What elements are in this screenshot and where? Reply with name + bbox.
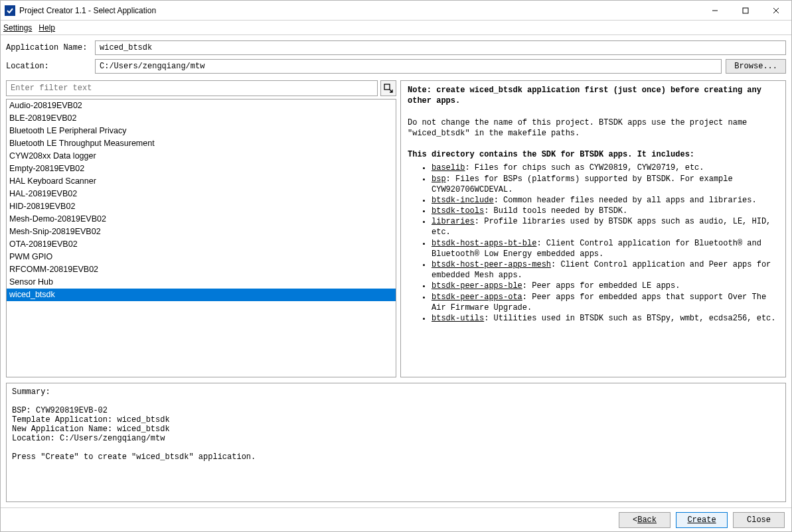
description-bullets: baselib: Files for chips such as CYW2081… [408, 163, 779, 324]
filter-input[interactable] [6, 80, 378, 96]
close-button[interactable] [761, 1, 791, 21]
create-button[interactable]: Create [676, 512, 728, 528]
menu-help[interactable]: Help [39, 23, 55, 33]
description-bullet: btsdk-tools: Build tools needed by BTSDK… [432, 206, 779, 216]
list-item[interactable]: OTA-20819EVB02 [7, 238, 396, 251]
location-input[interactable] [95, 59, 722, 74]
back-button[interactable]: < Back [619, 512, 671, 528]
list-item[interactable]: Sensor Hub [7, 276, 396, 289]
description-para1: Do not change the name of this project. … [408, 117, 779, 139]
import-button[interactable] [380, 80, 396, 96]
left-pane: Audio-20819EVB02BLE-20819EVB02Bluetooth … [6, 80, 396, 377]
location-label: Location: [6, 62, 91, 71]
close-icon [773, 7, 779, 14]
maximize-icon [742, 7, 749, 14]
app-name-label: Application Name: [6, 43, 91, 52]
list-item[interactable]: RFCOMM-20819EVB02 [7, 263, 396, 276]
titlebar: Project Creator 1.1 - Select Application [1, 1, 791, 21]
list-item[interactable]: Bluetooth LE Peripheral Privacy [7, 125, 396, 137]
list-item[interactable]: HAL Keyboard Scanner [7, 175, 396, 188]
list-item[interactable]: wiced_btsdk [7, 289, 396, 301]
footer: < Back Create Close [1, 507, 791, 531]
description-bullet: bsp: Files for BSPs (platforms) supporte… [432, 174, 779, 195]
maximize-button[interactable] [730, 1, 761, 21]
description-para2: This directory contains the SDK for BTSD… [408, 149, 779, 160]
middle-area: Audio-20819EVB02BLE-20819EVB02Bluetooth … [1, 76, 791, 377]
list-item[interactable]: Bluetooth LE Throughput Measurement [7, 137, 396, 150]
close-dialog-button[interactable]: Close [733, 512, 785, 528]
description-bullet: btsdk-utils: Utilities used in BTSDK suc… [432, 313, 779, 324]
list-item[interactable]: CYW208xx Data logger [7, 150, 396, 163]
list-item[interactable]: Mesh-Snip-20819EVB02 [7, 226, 396, 238]
note-heading: Note: create wiced_btsdk application fir… [408, 85, 779, 106]
list-item[interactable]: Audio-20819EVB02 [7, 100, 396, 112]
description-bullet: libraries: Profile libraries used by BTS… [432, 216, 779, 237]
window-title: Project Creator 1.1 - Select Application [19, 6, 156, 15]
description-bullet: btsdk-include: Common header files neede… [432, 195, 779, 206]
list-item[interactable]: Empty-20819EVB02 [7, 163, 396, 175]
list-item[interactable]: Mesh-Demo-20819EVB02 [7, 213, 396, 226]
menu-settings[interactable]: Settings [3, 23, 32, 33]
svg-rect-4 [384, 84, 390, 90]
summary-box: Summary: BSP: CYW920819EVB-02 Template A… [6, 383, 786, 502]
application-list[interactable]: Audio-20819EVB02BLE-20819EVB02Bluetooth … [6, 99, 396, 377]
minimize-button[interactable] [700, 1, 730, 21]
description-bullet: btsdk-peer-apps-ble: Peer apps for embed… [432, 281, 779, 291]
list-item[interactable]: BLE-20819EVB02 [7, 112, 396, 125]
description-bullet: btsdk-host-apps-bt-ble: Client Control a… [432, 238, 779, 259]
minimize-icon [712, 7, 718, 14]
list-item[interactable]: HAL-20819EVB02 [7, 188, 396, 200]
svg-rect-1 [743, 8, 748, 13]
menubar: Settings Help [1, 21, 791, 35]
list-item[interactable]: PWM GPIO [7, 251, 396, 263]
fields-area: Application Name: Location: Browse... [1, 35, 791, 76]
description-pane: Note: create wiced_btsdk application fir… [400, 80, 786, 377]
app-name-input[interactable] [95, 40, 786, 55]
import-icon [384, 84, 393, 93]
description-bullet: btsdk-host-peer-apps-mesh: Client Contro… [432, 259, 779, 281]
description-bullet: baselib: Files for chips such as CYW2081… [432, 163, 779, 173]
browse-button[interactable]: Browse... [726, 59, 786, 74]
list-item[interactable]: HID-20819EVB02 [7, 200, 396, 213]
description-bullet: btsdk-peer-apps-ota: Peer apps for embed… [432, 292, 779, 313]
app-icon [5, 5, 15, 16]
